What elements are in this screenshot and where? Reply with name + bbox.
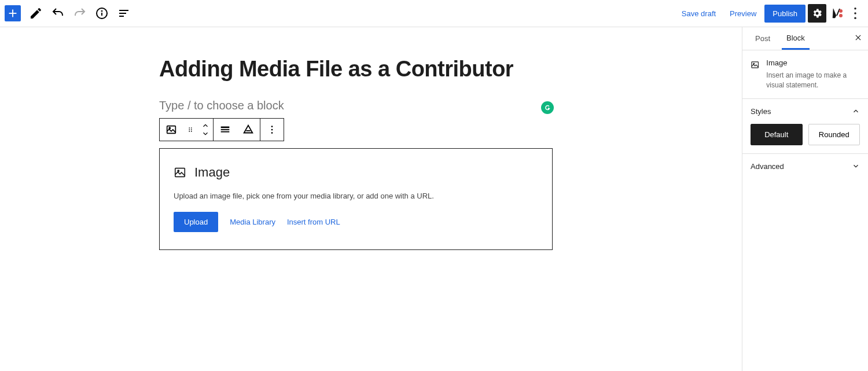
outline-button[interactable] (113, 3, 134, 24)
save-draft-link[interactable]: Save draft (676, 9, 722, 18)
editor-canvas: Adding Media File as a Contributor Type … (0, 27, 742, 371)
move-up-down[interactable] (198, 119, 213, 141)
yoast-icon (830, 6, 844, 20)
pencil-icon (29, 6, 43, 20)
advanced-panel-header[interactable]: Advanced (751, 162, 860, 171)
image-block-description: Upload an image file, pick one from your… (174, 192, 538, 200)
svg-point-17 (189, 129, 190, 130)
svg-rect-23 (221, 131, 230, 132)
svg-point-8 (839, 9, 843, 13)
svg-point-19 (189, 131, 190, 132)
undo-icon (51, 6, 65, 20)
gear-icon (811, 8, 823, 19)
redo-button[interactable] (69, 3, 90, 24)
more-options-button[interactable] (847, 3, 863, 24)
styles-panel: Styles Default Rounded (742, 99, 868, 154)
align-icon (219, 123, 231, 136)
media-library-link[interactable]: Media Library (230, 218, 275, 226)
settings-button[interactable] (808, 4, 826, 23)
align-button[interactable] (214, 119, 237, 141)
advanced-panel: Advanced (742, 154, 868, 179)
svg-rect-21 (221, 126, 230, 128)
block-card-description: Insert an image to make a visual stateme… (766, 71, 860, 90)
block-appender[interactable]: Type / to choose a block (159, 99, 553, 112)
caption-align-icon (242, 123, 255, 136)
add-block-button[interactable] (5, 5, 21, 21)
svg-point-10 (854, 8, 856, 10)
svg-point-27 (271, 132, 273, 134)
block-type-button[interactable] (160, 119, 183, 141)
style-default-button[interactable]: Default (751, 124, 803, 145)
svg-point-26 (271, 128, 273, 130)
block-card-title: Image (766, 58, 860, 67)
edit-mode-button[interactable] (25, 3, 46, 24)
upload-button[interactable]: Upload (174, 212, 218, 232)
drag-icon (186, 126, 194, 134)
svg-point-9 (839, 14, 843, 17)
chevron-up-icon (852, 107, 860, 115)
grammarly-icon (543, 104, 551, 112)
block-more-button[interactable] (260, 119, 284, 141)
kebab-icon (847, 5, 863, 21)
drag-handle[interactable] (183, 119, 198, 141)
style-rounded-button[interactable]: Rounded (808, 124, 860, 145)
insert-from-url-link[interactable]: Insert from URL (287, 218, 340, 226)
chevron-down-icon (852, 162, 860, 170)
publish-button[interactable]: Publish (764, 5, 806, 23)
svg-point-12 (854, 17, 856, 19)
plus-icon (6, 7, 19, 20)
image-icon (165, 123, 178, 136)
image-block-placeholder: Image Upload an image file, pick one fro… (159, 148, 553, 250)
info-icon (95, 6, 109, 20)
yoast-seo-button[interactable] (829, 5, 845, 21)
svg-point-25 (271, 126, 273, 127)
svg-point-20 (191, 131, 192, 132)
text-align-button[interactable] (237, 119, 260, 141)
svg-point-15 (189, 127, 190, 128)
editor-top-toolbar: Save draft Preview Publish (0, 0, 868, 27)
svg-rect-28 (175, 168, 185, 177)
svg-point-33 (753, 63, 755, 64)
svg-rect-22 (221, 129, 230, 130)
chevron-up-icon (201, 122, 209, 130)
preview-link[interactable]: Preview (724, 9, 762, 18)
svg-point-29 (178, 170, 179, 171)
svg-point-4 (102, 11, 102, 12)
close-icon (854, 34, 862, 42)
post-title[interactable]: Adding Media File as a Contributor (159, 56, 553, 83)
block-toolbar (159, 118, 284, 141)
chevron-down-icon (201, 130, 209, 138)
grammarly-badge[interactable] (541, 101, 554, 114)
tab-post[interactable]: Post (751, 27, 775, 50)
svg-rect-32 (752, 62, 758, 68)
block-card: Image Insert an image to make a visual s… (742, 50, 868, 99)
details-button[interactable] (91, 3, 112, 24)
undo-button[interactable] (47, 3, 68, 24)
close-sidebar-button[interactable] (854, 34, 862, 43)
settings-sidebar: Post Block Image Insert an image to make… (742, 27, 868, 371)
svg-point-14 (169, 127, 170, 128)
image-icon (174, 166, 186, 179)
list-view-icon (117, 6, 131, 20)
tab-block[interactable]: Block (782, 27, 810, 50)
svg-point-11 (854, 12, 856, 14)
styles-panel-header[interactable]: Styles (751, 107, 860, 116)
image-icon (751, 58, 759, 71)
image-block-title: Image (194, 165, 230, 180)
svg-point-18 (191, 129, 192, 130)
svg-point-16 (191, 127, 192, 128)
kebab-icon (266, 123, 278, 136)
redo-icon (73, 6, 87, 20)
